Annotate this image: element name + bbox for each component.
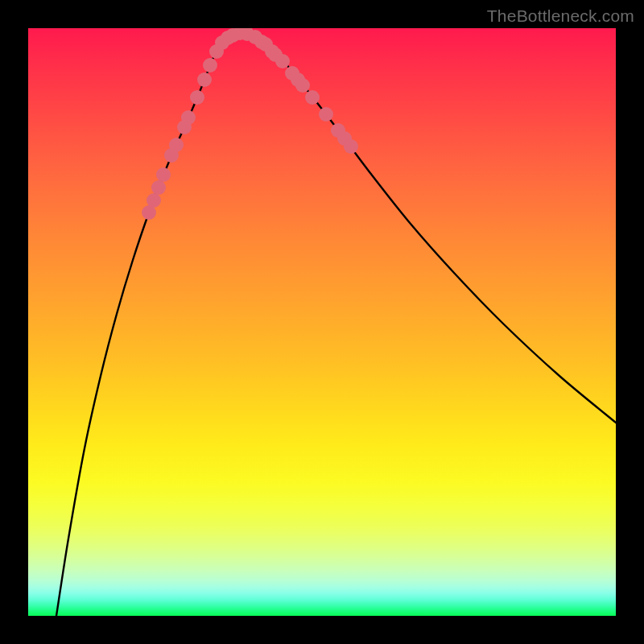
marker-dot: [275, 54, 290, 68]
marker-dot: [344, 139, 358, 154]
marker-group: [142, 28, 358, 220]
watermark-text: TheBottleneck.com: [487, 6, 634, 26]
marker-dot: [305, 90, 320, 105]
marker-dot: [169, 138, 184, 152]
marker-dot: [147, 193, 161, 208]
marker-dot: [319, 107, 333, 122]
marker-dot: [295, 78, 310, 93]
marker-dot: [156, 167, 171, 182]
plot-area: [28, 28, 616, 616]
chart-frame: TheBottleneck.com: [0, 0, 644, 644]
marker-dot: [151, 180, 166, 195]
marker-dot: [190, 90, 204, 105]
marker-dot: [203, 58, 217, 72]
bottleneck-curve: [56, 33, 616, 616]
marker-dot: [181, 110, 196, 125]
curve-svg: [28, 28, 616, 616]
marker-dot: [197, 72, 212, 87]
